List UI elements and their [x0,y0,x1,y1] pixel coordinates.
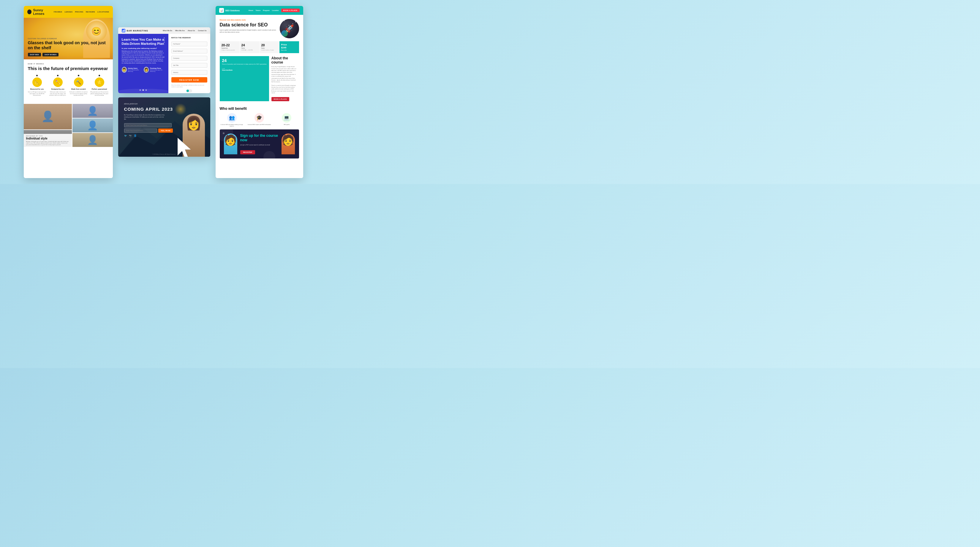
bm-nav-what[interactable]: What We Do [163,30,172,32]
cs-subtitle: My Travel Blog is almost ready. Be one o… [124,114,166,120]
benefit-label-inhouse: In-house SEO specialists working on larg… [220,124,244,127]
bm-nav: What We Do Who We Are About Us Contact U… [163,30,207,32]
stat-num-hours: 24 [242,43,258,47]
shop-men-button[interactable]: SHOP MEN [28,53,41,56]
nav-reviews[interactable]: REVIEWS [86,11,95,13]
stat-label-dates: September [221,48,237,49]
about-hours-num: 24 [222,59,267,63]
seo-nav-about[interactable]: About [248,10,253,11]
feature-name-designed: Designed by you [51,88,64,90]
nav-pricing[interactable]: PRICING [75,11,83,13]
scroll-indicator [171,89,207,92]
svg-rect-1 [123,30,124,32]
seo-nav: About Tutors Program Location BOOK A PLA… [248,9,300,12]
bm-speaker-2: 👩 Penelope Perez Marketing Manager Bar M… [144,67,164,73]
signup-figure-right: 🧑 [282,133,295,154]
gallery-title: Individual style [26,137,70,140]
gallery-img-2: DESIGNED BY YOU Individual style Whether… [24,130,72,147]
bm-nav-who[interactable]: Who We Are [175,30,185,32]
middle-column: BAR MARKETING What We Do Who We Are Abou… [118,27,210,157]
gallery-img-4: 👤 [72,119,113,132]
cursor-arrow [178,138,194,157]
seo-panel: 📊 SEO Solutions About Tutors Program Loc… [216,6,303,178]
coming-soon-panel: 👩 alexa peterson COMING APRIL 2023 My Tr… [118,97,210,157]
seo-nav-program[interactable]: Program [263,10,270,11]
seo-hero-label: Discover new data analytics tools [220,19,277,21]
features-list: 📐 Measured for you Use our iOS app to sc… [28,75,109,96]
feature-desc-designed: Select your style, choose your color, fi… [49,91,67,96]
feature-designed: ✏️ Designed by you Select your style, ch… [49,75,67,96]
bm-fullname-input[interactable] [171,41,207,46]
stat-sub-dates: 3 days of intense practice [221,49,237,51]
stat-label-seats: Seats [261,48,277,49]
seo-stat-price: Price$245 Best offer [280,41,299,53]
seo-logo[interactable]: 📊 SEO Solutions [219,8,240,13]
bm-register-button[interactable]: REGISTER NOW [171,77,207,82]
feature-desc-measured: Use our iOS app to scan your face and ca… [28,91,46,96]
bm-industry-input[interactable] [171,70,207,75]
bm-email-input[interactable] [171,49,207,54]
about-text1: Every day, Google Analytics, Google Sear… [271,66,297,83]
cs-author: alexa peterson [124,103,173,105]
nav-locations[interactable]: LOCATIONS [97,11,109,13]
stat-sub-hours: 10:00 AM — 6:00 PM [242,49,258,51]
feature-icon-guaranteed: ⭐ [95,78,104,87]
about-hours-label: Hours of practice and immersion in data … [222,63,267,65]
bm-left: Learn How You Can Make a Data-Driven Mar… [118,34,169,93]
stat-num-price: Price$245 [281,43,297,49]
feature-desc-scratch: Each pair is crafted for one person at a… [70,91,88,96]
twitter-icon[interactable]: 🐦 [124,135,127,137]
bar-marketing-panel: BAR MARKETING What We Do Who We Are Abou… [118,27,210,93]
hero-title: Glasses that look good on you, not just … [28,40,109,51]
feature-icon-designed: ✏️ [53,78,63,87]
sl-logo[interactable]: ☀ Sunny Lenses [27,8,54,16]
feature-dot [36,75,38,76]
cs-submit-button[interactable]: YES, I'M IN! [158,128,173,133]
shop-women-button[interactable]: SHOP WOMEN [43,53,59,56]
benefit-item-inhouse: 👥 In-house SEO specialists working on la… [220,113,244,127]
feature-dot [99,75,100,76]
hero-buttons: SHOP MEN SHOP WOMEN [28,53,109,56]
bm-logo[interactable]: BAR MARKETING [122,29,148,32]
facebook-icon[interactable]: 📘 [134,135,137,137]
bm-nav-about[interactable]: About Us [188,30,195,32]
sl-nav: FRAMES LENSES PRICING REVIEWS LOCATIONS [54,11,109,13]
about-book-button[interactable]: BOOK A PLACE [271,97,289,101]
seo-nav-location[interactable]: Location [272,10,279,11]
bm-company-input[interactable] [171,56,207,60]
signup-register-button[interactable]: REGISTER [240,150,255,154]
benefit-label-geeks: SEO geeks [283,124,290,125]
seo-logo-icon: 📊 [219,8,224,13]
bm-jobtitle-input[interactable] [171,63,207,68]
nav-frames[interactable]: FRAMES [54,11,62,13]
gallery-section: 👤 DESIGNED BY YOU Individual style Wheth… [24,104,113,147]
sl-header: ☀ Sunny Lenses FRAMES LENSES PRICING REV… [24,6,113,18]
bm-subtitle: Is your marketing plan delivering result… [122,48,165,49]
speaker2-avatar: 👩 [144,67,149,73]
feature-desc-guaranteed: We guarantee your Sunny Lenses glasses w… [90,91,109,96]
benefit-item-licensed: 🎓 Licensed SEO experts and SEO enthusias… [247,113,271,127]
seo-nav-tutors[interactable]: Tutors [255,10,261,11]
cs-email-input[interactable] [124,128,157,133]
about-text2: There's no need to invent Google's consp… [271,85,297,94]
bm-nav-contact[interactable]: Contact Us [198,30,207,32]
hero-label: CUSTOM-TAILORED EYEWEAR [28,38,109,40]
seo-book-button[interactable]: BOOK A PLACE [281,9,300,12]
seo-about: 24 Hours of practice and immersion in da… [216,56,303,104]
nav-lenses[interactable]: LENSES [64,11,72,13]
how-it-works-section: HOW IT WORKS This is the future of premi… [24,59,113,104]
instagram-icon[interactable]: 📷 [129,135,132,137]
seo-hero-title: Data science for SEO [220,22,277,28]
gallery-overlay: DESIGNED BY YOU Individual style Whether… [24,134,72,147]
gallery-desc: Whether a bespoke suit or couture dress,… [26,141,70,146]
seo-stat-dates: 20-22 September 3 days of intense practi… [220,41,239,53]
stat-label-price: Best offer [281,49,297,51]
bm-form-note: View this webinar now, and get notificat… [171,84,207,87]
benefit-title: Who will benefit [220,106,299,111]
seo-hero-desc: Learn to gather and analyze data provide… [220,29,277,33]
signup-sub: and get a PDF course report & certificat… [240,144,278,146]
cs-name-input[interactable] [124,123,172,127]
cs-email-row: YES, I'M IN! [124,128,173,133]
stat-num-seats: 20 [261,43,277,47]
seo-about-right: About the course Every day, Google Analy… [269,56,299,101]
